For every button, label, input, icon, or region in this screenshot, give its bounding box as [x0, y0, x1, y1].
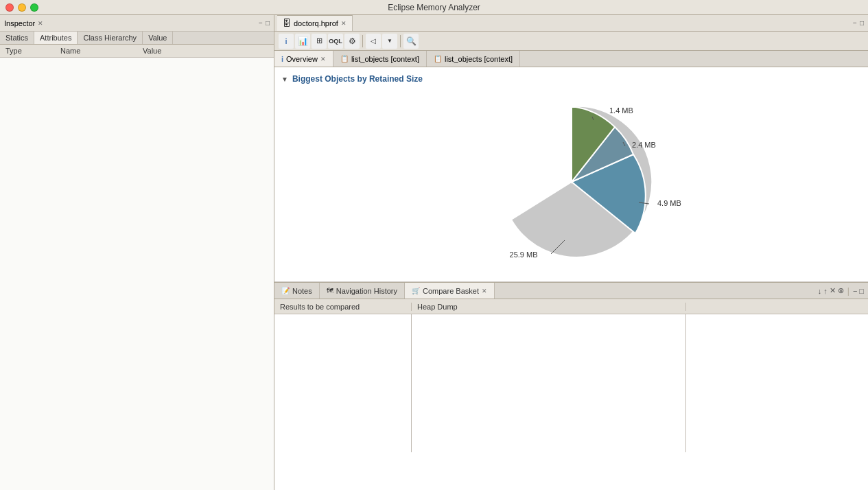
file-tab-bar: 🗄 doctorq.hprof ✕ − □ [274, 15, 868, 32]
content-area: ▼ Biggest Objects by Retained Size [274, 67, 868, 490]
compare-col-heap-header: Heap Dump [412, 303, 686, 311]
file-tab-doctorq[interactable]: 🗄 doctorq.hprof ✕ [277, 15, 353, 31]
toolbar: i 📊 ⊞ OQL ⚙ ◁ ▼ 🔍 [274, 32, 868, 51]
nav-back-icon: ◁ [371, 37, 376, 45]
table-toolbar-btn[interactable]: ⊞ [312, 34, 327, 49]
col-type: Type [0, 46, 55, 56]
list-objects-1-label: list_objects [context] [351, 55, 419, 63]
oql-icon: OQL [329, 38, 342, 45]
compare-body [274, 314, 868, 452]
compare-basket-close-btn[interactable]: ✕ [482, 288, 487, 294]
chevron-down-icon: ▼ [387, 38, 392, 44]
info-icon: i [285, 37, 287, 45]
collapse-btn[interactable]: ▼ [281, 75, 288, 83]
nav-history-icon: 🗺 [327, 287, 333, 294]
overview-tab-icon: i [281, 55, 283, 63]
chart-toolbar-btn[interactable]: 📊 [295, 34, 310, 49]
title-bar: Eclipse Memory Analyzer [0, 0, 868, 15]
file-tab-right-controls: − □ [849, 15, 868, 31]
inspector-table-header: Type Name Value [0, 45, 274, 58]
list-objects-2-icon: 📋 [434, 55, 442, 62]
bottom-tab-bar: 📝 Notes 🗺 Navigation History 🛒 Compare B… [274, 283, 868, 299]
search-icon: 🔍 [406, 36, 417, 46]
notes-icon: 📝 [281, 287, 290, 294]
chart-header: ▼ Biggest Objects by Retained Size [281, 74, 861, 84]
file-tab-close-btn[interactable]: ✕ [341, 20, 347, 27]
gear-icon: ⚙ [349, 36, 356, 46]
move-down-btn[interactable]: ↓ [818, 287, 822, 295]
tab-overview[interactable]: i Overview ✕ [274, 51, 333, 67]
inspector-header: Inspector ✕ − □ [0, 15, 274, 32]
overview-tab-label: Overview [286, 55, 318, 63]
nav-back-btn[interactable]: ◁ [366, 34, 381, 49]
notes-label: Notes [292, 287, 312, 295]
tab-value[interactable]: Value [143, 32, 173, 44]
close-window-btn[interactable] [5, 3, 14, 12]
settings-toolbar-btn[interactable]: ⚙ [344, 34, 360, 49]
compare-extra-column [686, 314, 868, 452]
file-tab-label: doctorq.hprof [294, 19, 338, 27]
tab-notes[interactable]: 📝 Notes [274, 283, 320, 299]
close-view-btn[interactable]: ✕ [830, 286, 836, 295]
tab-nav-history[interactable]: 🗺 Navigation History [320, 283, 405, 299]
pie-chart: 25.9 MB 4.9 MB 2.4 MB 1.4 MB [455, 93, 688, 271]
col-name: Name [55, 46, 137, 56]
inspector-title: Inspector [4, 19, 35, 27]
col-value: Value [137, 46, 274, 56]
list-objects-1-icon: 📋 [340, 55, 349, 62]
chart-section: ▼ Biggest Objects by Retained Size [274, 67, 868, 282]
tab-list-objects-2[interactable]: 📋 list_objects [context] [427, 51, 520, 67]
bottom-maximize-btn[interactable]: □ [859, 287, 864, 295]
chart-container: 25.9 MB 4.9 MB 2.4 MB 1.4 MB [281, 89, 861, 275]
left-panel: Inspector ✕ − □ Statics Attributes Class… [0, 15, 274, 490]
info-toolbar-btn[interactable]: i [279, 34, 294, 49]
list-objects-2-label: list_objects [context] [445, 55, 513, 63]
toolbar-separator-2 [400, 35, 401, 47]
bottom-minimize-btn[interactable]: − [853, 287, 857, 295]
window-controls [5, 3, 38, 12]
tab-statics[interactable]: Statics [0, 32, 34, 44]
tab-class-hierarchy[interactable]: Class Hierarchy [78, 32, 143, 44]
file-tab-icon: 🗄 [283, 19, 291, 28]
app-title: Eclipse Memory Analyzer [388, 3, 480, 12]
inspector-maximize-btn[interactable]: □ [266, 19, 270, 27]
compare-basket-label: Compare Basket [423, 287, 479, 295]
svg-text:1.4 MB: 1.4 MB [609, 106, 633, 115]
inspector-close-icon[interactable]: ✕ [38, 20, 43, 27]
svg-text:25.9 MB: 25.9 MB [509, 250, 537, 259]
compare-header-row: Results to be compared Heap Dump [274, 299, 868, 314]
chart-title: Biggest Objects by Retained Size [292, 74, 423, 84]
nav-history-label: Navigation History [336, 287, 397, 295]
main-layout: Inspector ✕ − □ Statics Attributes Class… [0, 15, 868, 490]
compare-basket-icon: 🛒 [412, 287, 420, 294]
close-all-btn[interactable]: ⊗ [838, 286, 844, 295]
bottom-panel: 📝 Notes 🗺 Navigation History 🛒 Compare B… [274, 282, 868, 452]
tab-list-objects-1[interactable]: 📋 list_objects [context] [333, 51, 427, 67]
file-tab-maximize-btn[interactable]: □ [860, 19, 864, 27]
compare-basket-content: Results to be compared Heap Dump [274, 299, 868, 452]
compare-results-column [274, 314, 412, 452]
overview-tab-close[interactable]: ✕ [320, 56, 326, 62]
tab-attributes[interactable]: Attributes [34, 32, 78, 44]
content-tabs: i Overview ✕ 📋 list_objects [context] 📋 … [274, 51, 868, 67]
chart-icon: 📊 [298, 36, 308, 46]
tab-compare-basket[interactable]: 🛒 Compare Basket ✕ [405, 283, 495, 299]
search-toolbar-btn[interactable]: 🔍 [403, 34, 419, 49]
table-icon: ⊞ [316, 36, 322, 45]
svg-text:2.4 MB: 2.4 MB [632, 141, 656, 149]
move-up-btn[interactable]: ↑ [823, 287, 828, 295]
svg-text:4.9 MB: 4.9 MB [657, 199, 681, 207]
compare-heap-column [412, 314, 686, 452]
nav-dropdown-btn[interactable]: ▼ [382, 34, 397, 49]
oql-toolbar-btn[interactable]: OQL [328, 34, 343, 49]
bottom-tab-actions: ↓ ↑ ✕ ⊗ | − □ [814, 283, 868, 299]
inspector-minimize-btn[interactable]: − [259, 19, 263, 27]
inspector-body [0, 58, 274, 490]
minimize-window-btn[interactable] [18, 3, 26, 12]
right-panel: 🗄 doctorq.hprof ✕ − □ i 📊 ⊞ OQL [274, 15, 868, 490]
inspector-tabs: Statics Attributes Class Hierarchy Value [0, 32, 274, 45]
compare-col-results-header: Results to be compared [274, 303, 412, 311]
action-separator: | [847, 286, 849, 296]
file-tab-minimize-btn[interactable]: − [853, 19, 857, 27]
maximize-window-btn[interactable] [30, 3, 38, 12]
